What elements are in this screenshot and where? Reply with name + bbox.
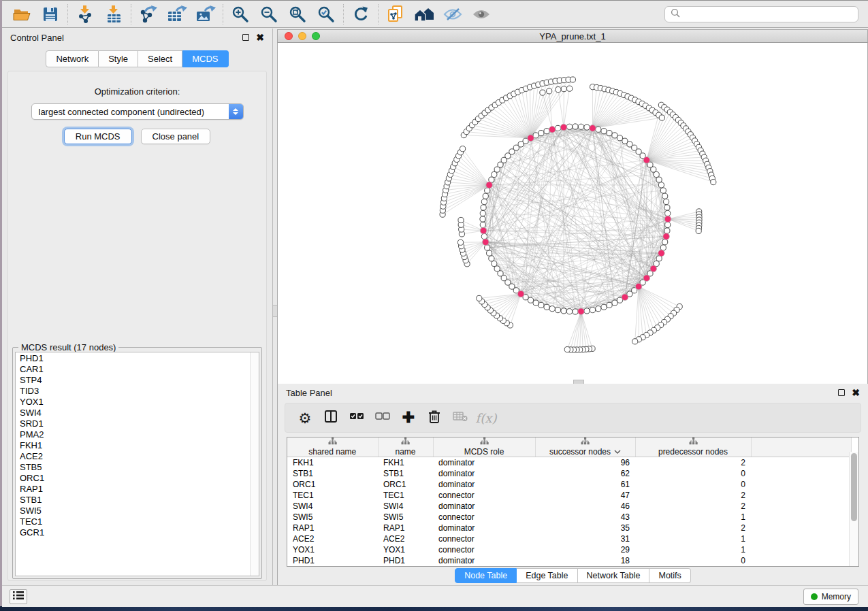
list-item[interactable]: ORC1	[16, 472, 259, 483]
sort-descending-icon	[614, 450, 621, 455]
tab-select[interactable]: Select	[138, 50, 182, 67]
list-item[interactable]: FKH1	[16, 440, 259, 450]
export-table-icon	[167, 5, 187, 23]
zoom-fit-button[interactable]	[283, 3, 312, 26]
network-canvas[interactable]	[277, 43, 868, 384]
list-item[interactable]: SWI4	[16, 407, 259, 418]
table-row[interactable]: TEC1TEC1connector472	[287, 490, 852, 501]
list-scrollbar[interactable]	[250, 352, 259, 576]
select-stepper-icon	[229, 104, 243, 119]
mcds-result-list[interactable]: PHD1CAR1STP4TID3YOX1SWI4SRD1PMA2FKH1ACE2…	[15, 352, 259, 576]
memory-status-icon	[811, 593, 818, 600]
control-panel: Control Panel ✖ NetworkStyleSelectMCDS O…	[2, 29, 273, 585]
column-header-MCDS-role[interactable]: MCDS role	[433, 437, 535, 457]
show-all-button[interactable]	[467, 3, 496, 26]
import-table-button[interactable]	[99, 3, 128, 26]
close-panel-icon[interactable]: ✖	[256, 33, 264, 42]
export-table-button[interactable]	[163, 3, 191, 26]
list-item[interactable]: CAR1	[16, 363, 259, 374]
export-image-icon	[195, 5, 216, 23]
save-session-button[interactable]	[36, 3, 65, 26]
list-item[interactable]: PHD1	[16, 352, 259, 363]
table-body: FKH1FKH1dominator962STB1STB1dominator620…	[287, 457, 852, 566]
clone-network-button[interactable]	[381, 3, 410, 26]
add-column-button[interactable]: ✚	[398, 408, 419, 428]
tab-motifs[interactable]: Motifs	[649, 568, 690, 583]
memory-button[interactable]: Memory	[803, 589, 858, 605]
table-row[interactable]: PHD1PHD1dominator180	[287, 555, 852, 566]
zoom-selected-button[interactable]	[312, 3, 340, 26]
table-panel-header: Table Panel ✖	[278, 384, 868, 401]
select-all-button[interactable]	[347, 408, 367, 428]
tab-network-table[interactable]: Network Table	[578, 568, 650, 583]
list-item[interactable]: TID3	[16, 385, 259, 396]
tab-network[interactable]: Network	[46, 50, 99, 67]
cell-successors: 29	[535, 544, 635, 555]
tab-edge-table[interactable]: Edge Table	[517, 568, 577, 583]
export-network-button[interactable]	[134, 3, 163, 26]
table-settings-button[interactable]: ⚙	[295, 408, 315, 428]
float-panel-icon[interactable]	[242, 34, 249, 41]
float-table-panel-icon[interactable]	[838, 389, 845, 396]
optimization-criterion-select[interactable]: largest connected component (undirected)	[31, 103, 244, 120]
list-item[interactable]: ACE2	[16, 450, 259, 461]
tab-style[interactable]: Style	[99, 50, 138, 67]
scrollbar-thumb[interactable]	[851, 453, 857, 521]
list-item[interactable]: PMA2	[16, 429, 259, 440]
zoom-out-button[interactable]	[255, 3, 283, 26]
cell-role: dominator	[433, 555, 535, 566]
table-row[interactable]: RAP1RAP1dominator352	[287, 523, 852, 533]
list-item[interactable]: GCR1	[16, 527, 259, 538]
delete-column-button[interactable]	[424, 408, 445, 428]
tab-node-table[interactable]: Node Table	[455, 568, 517, 583]
table-scrollbar[interactable]	[849, 452, 858, 566]
first-neighbors-button[interactable]	[410, 3, 438, 26]
column-header-successor-nodes[interactable]: successor nodes	[535, 437, 635, 457]
column-header-predecessor-nodes[interactable]: predecessor nodes	[635, 437, 751, 457]
import-network-button[interactable]	[71, 3, 99, 26]
deselect-all-button[interactable]	[372, 408, 393, 428]
memory-label: Memory	[822, 592, 851, 601]
run-mcds-button[interactable]: Run MCDS	[64, 129, 132, 144]
search-input[interactable]	[684, 10, 852, 19]
tab-mcds[interactable]: MCDS	[182, 50, 228, 67]
search-icon	[671, 8, 680, 20]
table-row[interactable]: YOX1YOX1connector291	[287, 544, 852, 555]
table-row[interactable]: STB1STB1dominator620	[287, 468, 852, 479]
open-session-button[interactable]	[7, 3, 36, 26]
close-table-panel-icon[interactable]: ✖	[852, 388, 860, 397]
cell-successors: 46	[535, 501, 635, 512]
list-item[interactable]: STB1	[16, 494, 259, 505]
refresh-view-button[interactable]	[347, 3, 375, 26]
floppy-disk-icon	[42, 6, 59, 22]
list-item[interactable]: YOX1	[16, 396, 259, 407]
function-builder-button[interactable]: f(x)	[476, 408, 496, 428]
list-item[interactable]: RAP1	[16, 483, 259, 494]
list-item[interactable]: STP4	[16, 374, 259, 385]
column-header-name[interactable]: name	[378, 437, 433, 457]
table-row[interactable]: ACE2ACE2connector311	[287, 533, 852, 544]
zoom-in-icon	[231, 5, 249, 23]
list-item[interactable]: TEC1	[16, 516, 259, 527]
cell-role: dominator	[433, 523, 535, 533]
horizontal-splitter-grip[interactable]	[573, 380, 584, 384]
zoom-out-icon	[260, 5, 278, 23]
task-history-button[interactable]	[10, 589, 27, 604]
zoom-in-button[interactable]	[226, 3, 255, 26]
hide-selected-button[interactable]	[438, 3, 467, 26]
table-row[interactable]: FKH1FKH1dominator962	[287, 457, 852, 468]
network-titlebar[interactable]: YPA_prune.txt_1	[277, 29, 868, 43]
list-item[interactable]: SRD1	[16, 418, 259, 429]
import-table-icon	[105, 5, 123, 23]
table-row[interactable]: SWI5SWI5connector431	[287, 512, 852, 523]
table-row[interactable]: SWI4SWI4dominator462	[287, 501, 852, 512]
list-item[interactable]: SWI5	[16, 505, 259, 516]
export-image-button[interactable]	[191, 3, 220, 26]
delete-table-button[interactable]	[450, 408, 470, 428]
table-row[interactable]: ORC1ORC1dominator610	[287, 479, 852, 490]
close-panel-button[interactable]: Close panel	[141, 129, 211, 144]
list-item[interactable]: STB5	[16, 461, 259, 472]
show-columns-button[interactable]	[321, 408, 341, 428]
column-header-shared-name[interactable]: shared name	[287, 437, 378, 457]
cell-shared_name: SWI5	[287, 512, 378, 523]
